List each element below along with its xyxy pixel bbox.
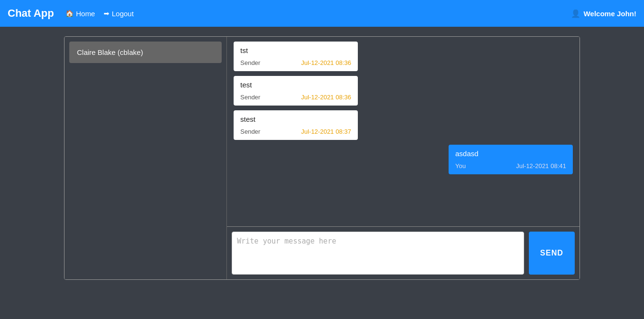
welcome-message: 👤 Welcome John! — [571, 9, 636, 18]
welcome-text: Welcome John! — [583, 10, 636, 18]
message-timestamp: Jul-12-2021 08:36 — [301, 59, 351, 66]
contact-item[interactable]: Claire Blake (cblake) — [69, 42, 222, 63]
logout-icon: ➡ — [104, 10, 109, 17]
navbar: Chat App 🏠 Home ➡ Logout 👤 Welcome John! — [0, 0, 644, 27]
message-timestamp: Jul-12-2021 08:41 — [516, 162, 566, 170]
message-timestamp: Jul-12-2021 08:36 — [301, 94, 351, 101]
message-card: testSenderJul-12-2021 08:36 — [234, 76, 358, 106]
message-text: test — [240, 81, 351, 89]
home-link[interactable]: 🏠 Home — [65, 10, 95, 18]
message-meta: SenderJul-12-2021 08:36 — [240, 59, 351, 66]
message-meta: SenderJul-12-2021 08:36 — [240, 94, 351, 101]
message-meta: SenderJul-12-2021 08:37 — [240, 128, 351, 135]
message-card: stestSenderJul-12-2021 08:37 — [234, 110, 358, 140]
send-button[interactable]: SEND — [529, 232, 575, 275]
home-icon: 🏠 — [65, 10, 74, 17]
message-input[interactable] — [232, 232, 524, 275]
message-sender: Sender — [240, 128, 260, 135]
message-text: tst — [240, 46, 351, 54]
home-label: Home — [76, 10, 95, 18]
messages-container[interactable]: tstSenderJul-12-2021 08:36testSenderJul-… — [227, 37, 580, 226]
message-sender: Sender — [240, 59, 260, 66]
message-text: stest — [240, 115, 351, 123]
user-icon: 👤 — [571, 9, 580, 18]
chat-area: tstSenderJul-12-2021 08:36testSenderJul-… — [227, 37, 580, 279]
message-sender: You — [455, 162, 466, 170]
message-meta: YouJul-12-2021 08:41 — [455, 162, 566, 170]
main-content: Claire Blake (cblake) tstSenderJul-12-20… — [0, 27, 644, 319]
sidebar: Claire Blake (cblake) — [64, 37, 227, 279]
message-card: tstSenderJul-12-2021 08:36 — [234, 42, 358, 71]
message-timestamp: Jul-12-2021 08:37 — [301, 128, 351, 135]
logout-link[interactable]: ➡ Logout — [104, 10, 134, 18]
logout-label: Logout — [112, 10, 134, 18]
app-brand: Chat App — [8, 7, 54, 20]
message-sender: Sender — [240, 94, 260, 101]
chat-wrapper: Claire Blake (cblake) tstSenderJul-12-20… — [64, 36, 580, 280]
input-area: SEND — [227, 226, 580, 279]
message-card: asdasdYouJul-12-2021 08:41 — [449, 145, 573, 174]
message-text: asdasd — [455, 149, 566, 158]
